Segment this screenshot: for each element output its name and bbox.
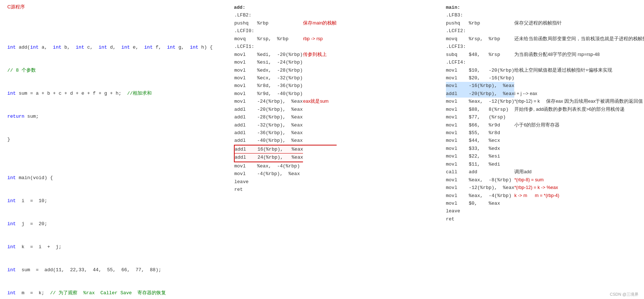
table-row: .LCFI4: <box>446 58 644 66</box>
main-asm-table: .LFB3: pushq %rbp保存父进程的栈帧指针 .LCFI2: movq… <box>446 11 644 223</box>
table-row-blue-1: movl -16(%rbp), %eax <box>446 82 644 90</box>
table-row: movl $77, (%rsp) <box>446 113 644 121</box>
table-row: movl %eax, -8(%rbp)*(rbp-8) = sum <box>446 176 644 184</box>
table-row: movl %eax, -12(%rbp)*(rbp-12) = k 保存eax … <box>446 98 644 105</box>
table-row: .LFB2: <box>234 11 337 19</box>
add-header: add: <box>234 4 442 11</box>
table-row: movl $0, %eax <box>446 200 644 207</box>
table-row: subq $48, %rsp为当前函数分配48字节的空间 rsp=rsp-48 <box>446 51 644 58</box>
right-panel: main: .LFB3: pushq %rbp保存父进程的栈帧指针 .LCFI2… <box>446 4 644 299</box>
page-container: C源程序 int add(int a, int b, int c, int d,… <box>7 4 637 299</box>
table-row: .LFB3: <box>446 11 644 19</box>
table-row: .LCFI0: <box>234 27 337 35</box>
table-row: .LCFI1: <box>234 43 337 50</box>
middle-panel: add: .LFB2: pushq %rbp保存main的栈帧 .LCFI0: … <box>234 4 446 299</box>
table-row: pushq %rbp保存父进程的栈帧指针 <box>446 19 644 27</box>
table-row: leave <box>234 178 337 186</box>
table-row: movl %r9d, -40(%rbp) <box>234 90 337 98</box>
main-header: main: <box>446 4 644 11</box>
table-row: call add调用add <box>446 168 644 176</box>
table-row: movl -24(%rbp), %eaxeax就是sum <box>234 98 337 105</box>
table-row: movl %edi, -20(%rbp)传参到栈上 <box>234 51 337 58</box>
table-row-red-1: addl 16(%rbp), %eax <box>234 145 337 154</box>
table-row: movl %ecx, -32(%rbp) <box>234 74 337 82</box>
c-source-title: C源程序 <box>7 4 227 10</box>
table-row-red-2: addl 24(%rbp), %eax <box>234 154 337 162</box>
table-row: addl -32(%rbp), %eax <box>234 121 337 129</box>
table-row: .LCFI3: <box>446 43 644 50</box>
table-row: movl $22, %esi <box>446 152 644 160</box>
table-row: movl $11, %edi <box>446 160 644 168</box>
table-row: .LCFI2: <box>446 27 644 35</box>
table-row: addl -20(%rbp), %eax <box>234 106 337 113</box>
table-row: movl %eax, -4(%rbp) <box>234 162 337 170</box>
table-row: leave <box>446 207 644 215</box>
footer-text: CSDN @三境界 <box>610 292 639 297</box>
left-panel: C源程序 int add(int a, int b, int c, int d,… <box>7 4 234 299</box>
table-row: movl %esi, -24(%rbp) <box>234 58 337 66</box>
add-asm-table: .LFB2: pushq %rbp保存main的栈帧 .LCFI0: movq … <box>234 11 337 193</box>
table-row: movq %rsp, %rbp还未给当前函数局部变量空间，当前栈顶也就是子进程的… <box>446 35 644 43</box>
table-row: addl -36(%rbp), %eax <box>234 129 337 137</box>
table-row: ret <box>234 186 337 193</box>
table-row: movl $55, %r8d <box>446 129 644 137</box>
table-row: addl -28(%rbp), %eax <box>234 113 337 121</box>
table-row: movl $10, -20(%rbp)给栈上空间赋值都是通过栈帧指针+偏移来实现 <box>446 67 644 74</box>
table-row: movl -4(%rbp), %eax <box>234 170 337 178</box>
table-row: movl $44, %ecx <box>446 137 644 144</box>
table-row: movl $33, %edx <box>446 145 644 152</box>
table-row: movl %edx, -28(%rbp) <box>234 67 337 74</box>
table-row: pushq %rbp保存main的栈帧 <box>234 19 337 27</box>
table-row: movq %rsp, %rbprbp -> rsp <box>234 35 337 43</box>
c-source-code: int add(int a, int b, int c, int d, int … <box>7 13 227 299</box>
table-row: addl -40(%rbp), %eax <box>234 137 337 145</box>
table-row: movl %eax, -4(%rbp)k -> m m = *(rbp-4) <box>446 192 644 200</box>
table-row: movl $88, 8(%rsp)开始传参, add函数的参数列表长度>6的部分… <box>446 106 644 113</box>
table-row: movl $66, %r9d小于6的部分用寄存器 <box>446 121 644 129</box>
table-row-blue-2: addl -20(%rbp), %eax i + j --> eax <box>446 90 644 98</box>
table-row: ret <box>446 215 644 223</box>
table-row: movl -12(%rbp), %eax*(rbp-12) = k -> %ea… <box>446 184 644 192</box>
table-row: movl $20, -16(%rbp) <box>446 74 644 82</box>
table-row: movl %r8d, -36(%rbp) <box>234 82 337 90</box>
